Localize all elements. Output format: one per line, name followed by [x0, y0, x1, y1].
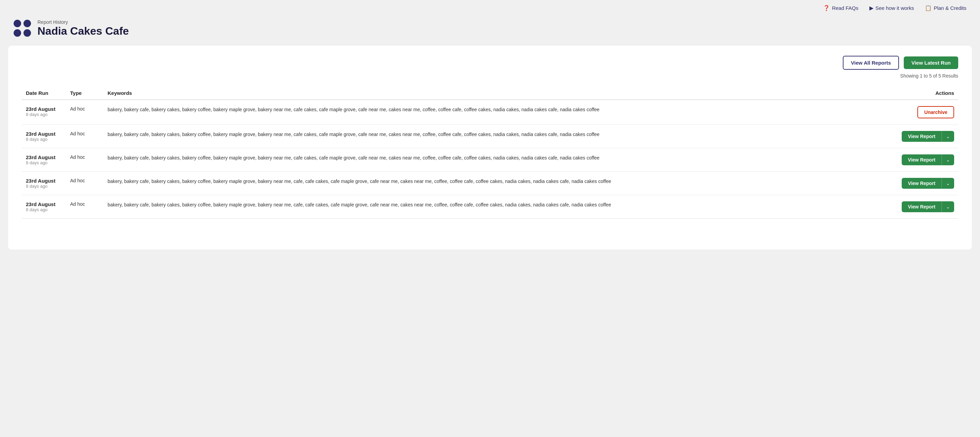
date-main: 23rd August	[26, 154, 62, 160]
unarchive-button[interactable]: Unarchive	[917, 106, 954, 118]
page-header: Report History Nadia Cakes Cafe	[0, 16, 980, 46]
keywords-cell: bakery, bakery cafe, bakery cakes, baker…	[103, 125, 890, 148]
date-main: 23rd August	[26, 201, 62, 207]
table-header: Date Run Type Keywords Actions	[22, 87, 958, 100]
date-cell: 23rd August8 days ago	[22, 195, 66, 218]
date-sub: 8 days ago	[26, 207, 62, 212]
faq-link[interactable]: ❓ Read FAQs	[823, 5, 859, 11]
plan-credits-label: Plan & Credits	[934, 5, 966, 11]
date-sub: 8 days ago	[26, 160, 62, 165]
col-header-type: Type	[66, 87, 103, 100]
view-report-chevron[interactable]: ⌄	[942, 201, 954, 212]
type-cell: Ad hoc	[66, 172, 103, 195]
dot-2	[24, 20, 31, 27]
date-main: 23rd August	[26, 131, 62, 137]
date-cell: 23rd August8 days ago	[22, 148, 66, 172]
date-main: 23rd August	[26, 178, 62, 184]
table-body: 23rd August8 days agoAd hocbakery, baker…	[22, 100, 958, 218]
actions-cell: View Report⌄	[890, 125, 958, 148]
dot-3	[14, 29, 21, 37]
view-latest-run-button[interactable]: View Latest Run	[904, 57, 958, 69]
date-cell: 23rd August8 days ago	[22, 172, 66, 195]
play-icon: ▶	[869, 5, 873, 11]
report-history-label: Report History	[37, 19, 129, 25]
type-cell: Ad hoc	[66, 125, 103, 148]
report-table: Date Run Type Keywords Actions 23rd Augu…	[22, 87, 958, 218]
view-report-split-button: View Report⌄	[902, 178, 954, 189]
view-report-chevron[interactable]: ⌄	[942, 131, 954, 142]
col-header-date: Date Run	[22, 87, 66, 100]
main-content: View All Reports View Latest Run Showing…	[8, 46, 972, 250]
view-report-button[interactable]: View Report	[902, 154, 942, 165]
keywords-cell: bakery, bakery cafe, bakery cakes, baker…	[103, 195, 890, 218]
date-sub: 8 days ago	[26, 137, 62, 142]
date-main: 23rd August	[26, 106, 62, 112]
date-cell: 23rd August8 days ago	[22, 100, 66, 125]
actions-cell: Unarchive	[890, 100, 958, 125]
table-row: 23rd August8 days agoAd hocbakery, baker…	[22, 172, 958, 195]
type-cell: Ad hoc	[66, 148, 103, 172]
view-report-button[interactable]: View Report	[902, 131, 942, 142]
view-report-button[interactable]: View Report	[902, 201, 942, 212]
header-text: Report History Nadia Cakes Cafe	[37, 19, 129, 37]
how-it-works-label: See how it works	[875, 5, 914, 11]
table-row: 23rd August8 days agoAd hocbakery, baker…	[22, 100, 958, 125]
credit-icon: 📋	[925, 5, 932, 11]
col-header-keywords: Keywords	[103, 87, 890, 100]
faq-label: Read FAQs	[832, 5, 859, 11]
results-count: Showing 1 to 5 of 5 Results	[22, 73, 958, 79]
actions-cell: View Report⌄	[890, 195, 958, 218]
logo-dots	[14, 20, 31, 37]
dot-1	[14, 20, 21, 27]
keywords-cell: bakery, bakery cafe, bakery cakes, baker…	[103, 148, 890, 172]
view-report-chevron[interactable]: ⌄	[942, 178, 954, 189]
keywords-cell: bakery, bakery cafe, bakery cakes, baker…	[103, 100, 890, 125]
table-row: 23rd August8 days agoAd hocbakery, baker…	[22, 125, 958, 148]
how-it-works-link[interactable]: ▶ See how it works	[869, 5, 914, 11]
keywords-cell: bakery, bakery cafe, bakery cakes, baker…	[103, 172, 890, 195]
dot-4	[24, 29, 31, 37]
type-cell: Ad hoc	[66, 100, 103, 125]
toolbar: View All Reports View Latest Run	[22, 56, 958, 70]
view-all-reports-button[interactable]: View All Reports	[843, 56, 899, 70]
table-row: 23rd August8 days agoAd hocbakery, baker…	[22, 195, 958, 218]
type-cell: Ad hoc	[66, 195, 103, 218]
view-report-button[interactable]: View Report	[902, 178, 942, 189]
business-name: Nadia Cakes Cafe	[37, 25, 129, 37]
col-header-actions: Actions	[890, 87, 958, 100]
date-sub: 8 days ago	[26, 184, 62, 189]
question-icon: ❓	[823, 5, 830, 11]
date-cell: 23rd August8 days ago	[22, 125, 66, 148]
actions-cell: View Report⌄	[890, 148, 958, 172]
view-report-split-button: View Report⌄	[902, 154, 954, 165]
actions-cell: View Report⌄	[890, 172, 958, 195]
plan-credits-link[interactable]: 📋 Plan & Credits	[925, 5, 966, 11]
date-sub: 8 days ago	[26, 112, 62, 117]
view-report-split-button: View Report⌄	[902, 131, 954, 142]
view-report-chevron[interactable]: ⌄	[942, 154, 954, 165]
view-report-split-button: View Report⌄	[902, 201, 954, 212]
table-row: 23rd August8 days agoAd hocbakery, baker…	[22, 148, 958, 172]
top-nav: ❓ Read FAQs ▶ See how it works 📋 Plan & …	[0, 0, 980, 16]
